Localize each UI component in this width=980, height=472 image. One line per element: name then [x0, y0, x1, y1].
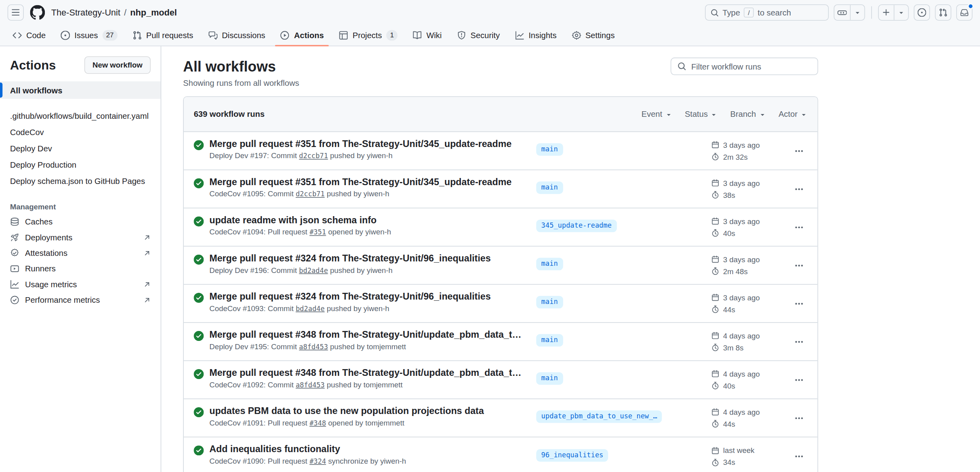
run-title-link[interactable]: Merge pull request #348 from The-Strateg… [209, 367, 526, 378]
run-duration: 3m 8s [711, 343, 790, 352]
your-issues-button[interactable] [914, 4, 930, 21]
tab-settings[interactable]: Settings [566, 25, 620, 46]
breadcrumb-repo-link[interactable]: nhp_model [130, 8, 177, 17]
sidebar-item-usage-metrics[interactable]: Usage metrics [0, 277, 161, 292]
run-menu-button[interactable] [790, 143, 807, 159]
actor-filter-dropdown[interactable]: Actor [778, 110, 807, 119]
pull-request-link[interactable]: #348 [310, 419, 326, 427]
tab-actions[interactable]: Actions [275, 25, 329, 46]
run-title-link[interactable]: Merge pull request #348 from The-Strateg… [209, 329, 526, 340]
run-title-link[interactable]: Merge pull request #324 from The-Strateg… [209, 253, 526, 263]
run-duration: 2m 48s [711, 267, 790, 276]
run-title-link[interactable]: Merge pull request #351 from The-Strateg… [209, 176, 526, 187]
run-duration: 2m 32s [711, 152, 790, 161]
filter-workflow-runs-input[interactable] [691, 62, 811, 71]
branch-badge[interactable]: 96_inequalities [536, 449, 608, 461]
branch-filter-dropdown[interactable]: Branch [730, 110, 766, 119]
header-actions: Type / to search [705, 4, 972, 21]
branch-badge[interactable]: main [536, 182, 563, 194]
run-date: 4 days ago [711, 331, 790, 340]
branch-badge[interactable]: main [536, 372, 563, 385]
success-check-icon [194, 331, 204, 341]
tab-issues[interactable]: Issues 27 [56, 25, 122, 46]
meter-check-icon [10, 295, 19, 305]
breadcrumb-org-link[interactable]: The-Strategy-Unit [51, 8, 120, 17]
sidebar-workflow-deploy-dev[interactable]: Deploy Dev [0, 140, 161, 157]
run-title-link[interactable]: Merge pull request #324 from The-Strateg… [209, 291, 526, 302]
commit-link[interactable]: bd2ad4e [299, 267, 328, 275]
run-meta-prefix: CodeCov #1094: Pull request [209, 228, 307, 236]
run-menu-button[interactable] [790, 448, 807, 464]
run-menu-button[interactable] [790, 410, 807, 426]
tab-insights[interactable]: Insights [510, 25, 561, 46]
new-workflow-button[interactable]: New workflow [85, 56, 151, 74]
run-menu-button[interactable] [790, 371, 807, 388]
tab-pull-requests[interactable]: Pull requests [127, 25, 198, 46]
table-icon [339, 31, 348, 40]
global-search-input[interactable]: Type / to search [705, 4, 829, 21]
branch-badge[interactable]: main [536, 334, 563, 346]
run-menu-button[interactable] [790, 257, 807, 273]
run-menu-button[interactable] [790, 333, 807, 350]
status-filter-dropdown[interactable]: Status [685, 110, 718, 119]
commit-link[interactable]: a8fd453 [296, 381, 325, 389]
sidebar-item-runners[interactable]: Runners [0, 261, 161, 277]
run-duration: 44s [711, 420, 790, 428]
run-duration: 44s [711, 305, 790, 314]
sidebar-item-attestations[interactable]: Attestations [0, 245, 161, 261]
commit-link[interactable]: d2ccb71 [299, 152, 328, 160]
sidebar-workflow-deploy-schema[interactable]: Deploy schema.json to GitHub Pages [0, 173, 161, 189]
sidebar-workflow-build-container[interactable]: .github/workflows/build_container.yaml [0, 108, 161, 124]
pull-request-link[interactable]: #351 [310, 228, 326, 236]
kebab-icon [794, 413, 804, 423]
kebab-icon [794, 184, 804, 194]
run-title-link[interactable]: Add inequalities functionality [209, 443, 526, 454]
sidebar-workflow-deploy-production[interactable]: Deploy Production [0, 157, 161, 173]
run-title-link[interactable]: update readme with json schema info [209, 215, 526, 225]
sidebar-item-deployments[interactable]: Deployments [0, 230, 161, 245]
github-logo[interactable] [30, 5, 45, 20]
run-date: 3 days ago [711, 255, 790, 264]
hamburger-menu-button[interactable] [8, 4, 24, 21]
branch-badge[interactable]: 345_update-readme [536, 220, 616, 232]
sidebar-item-performance-metrics[interactable]: Performance metrics [0, 292, 161, 308]
run-title-link[interactable]: updates PBM data to use the new populati… [209, 405, 526, 416]
branch-badge[interactable]: main [536, 143, 563, 156]
run-meta-suffix: pushed by yiwen-h [330, 151, 393, 160]
filter-workflow-runs-box[interactable] [671, 58, 818, 75]
run-meta: CodeCov #1092: Commit a8fd453 pushed by … [209, 380, 526, 389]
tab-security[interactable]: Security [452, 25, 505, 46]
copilot-button[interactable] [834, 4, 865, 21]
notifications-inbox-button[interactable] [956, 4, 972, 21]
projects-counter: 1 [386, 30, 398, 41]
sidebar-item-caches[interactable]: Caches [0, 214, 161, 230]
run-duration: 34s [711, 458, 790, 467]
event-filter-dropdown[interactable]: Event [641, 110, 672, 119]
create-new-dropdown[interactable] [894, 5, 908, 20]
commit-link[interactable]: a8fd453 [299, 343, 328, 351]
triangle-down-icon [665, 110, 672, 118]
run-menu-button[interactable] [790, 295, 807, 311]
commit-link[interactable]: bd2ad4e [296, 305, 325, 313]
branch-badge[interactable]: update_pbm_data_to_use_new_… [536, 410, 662, 423]
tab-code[interactable]: Code [8, 25, 51, 46]
sidebar-item-all-workflows[interactable]: All workflows [0, 81, 161, 99]
sidebar-workflow-codecov[interactable]: CodeCov [0, 124, 161, 140]
search-icon [678, 62, 686, 71]
tab-wiki[interactable]: Wiki [408, 25, 447, 46]
branch-badge[interactable]: main [536, 258, 563, 270]
pull-request-link[interactable]: #324 [310, 457, 326, 465]
tab-discussions[interactable]: Discussions [203, 25, 270, 46]
your-pull-requests-button[interactable] [935, 4, 951, 21]
create-new-button[interactable] [878, 4, 909, 21]
run-main: Merge pull request #348 from The-Strateg… [209, 367, 536, 389]
run-title-link[interactable]: Merge pull request #351 from The-Strateg… [209, 138, 526, 149]
workflow-run-row: Add inequalities functionality CodeCov #… [184, 437, 818, 472]
run-time-cell: 4 days ago 40s [711, 369, 790, 390]
tab-projects[interactable]: Projects 1 [334, 25, 402, 46]
branch-badge[interactable]: main [536, 296, 563, 308]
run-menu-button[interactable] [790, 181, 807, 197]
commit-link[interactable]: d2ccb71 [296, 190, 325, 198]
copilot-dropdown[interactable] [850, 5, 864, 20]
run-menu-button[interactable] [790, 219, 807, 235]
